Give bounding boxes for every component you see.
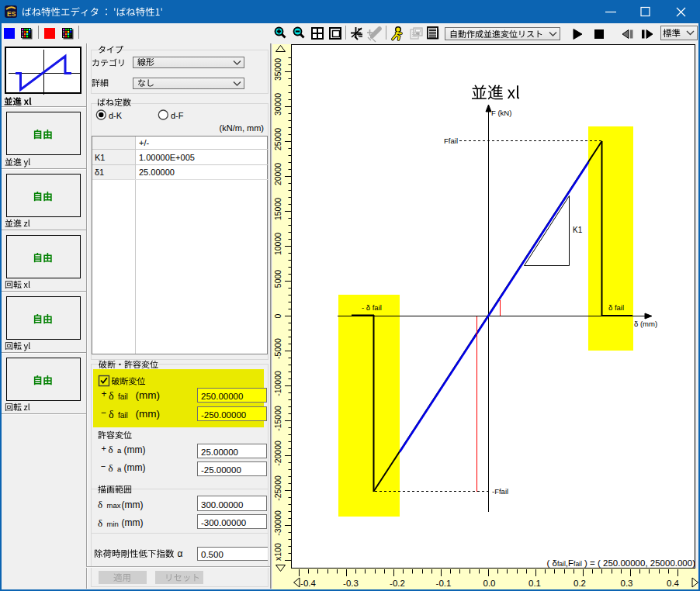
svg-text:δ: δ xyxy=(109,390,114,402)
svg-text:fail: fail xyxy=(118,411,128,420)
svg-text:-0.1: -0.1 xyxy=(436,579,452,588)
svg-text:25.00000: 25.00000 xyxy=(139,168,175,177)
svg-text:(mm): (mm) xyxy=(124,444,146,455)
svg-text:-0.3: -0.3 xyxy=(343,579,359,588)
svg-text:K1: K1 xyxy=(95,153,105,162)
svg-text:δ fail: δ fail xyxy=(608,303,624,312)
svg-text:-0.4: -0.4 xyxy=(300,579,316,588)
svg-text:0: 0 xyxy=(273,313,282,318)
svg-text:0.0: 0.0 xyxy=(483,579,496,588)
svg-text:-20000: -20000 xyxy=(273,441,282,466)
svg-text:a: a xyxy=(117,446,122,454)
svg-text:(mm): (mm) xyxy=(136,408,160,420)
svg-text:0.500: 0.500 xyxy=(201,550,224,559)
svg-text:K1: K1 xyxy=(573,226,583,234)
svg-text:a: a xyxy=(117,465,122,473)
svg-text:-300.00000: -300.00000 xyxy=(201,518,246,527)
svg-text:-25000: -25000 xyxy=(273,475,282,501)
svg-text:0.2: 0.2 xyxy=(574,579,586,588)
svg-text:δ1: δ1 xyxy=(95,168,104,177)
svg-text:F (kN): F (kN) xyxy=(491,109,511,117)
svg-text:(kN/m, mm): (kN/m, mm) xyxy=(220,123,264,133)
svg-text:Ffail: Ffail xyxy=(444,137,458,145)
svg-text:10000: 10000 xyxy=(273,233,282,255)
svg-text:-30000: -30000 xyxy=(273,510,282,536)
svg-text:ES: ES xyxy=(7,10,16,18)
svg-text:δ: δ xyxy=(109,444,113,455)
svg-text:min: min xyxy=(107,520,119,528)
svg-text:0.3: 0.3 xyxy=(621,579,633,588)
svg-text:fail: fail xyxy=(118,392,128,401)
svg-text:(mm): (mm) xyxy=(136,389,160,401)
svg-text:+: + xyxy=(102,444,106,453)
svg-text:0.1: 0.1 xyxy=(528,579,541,588)
svg-text:α: α xyxy=(178,548,183,559)
svg-text:0.4: 0.4 xyxy=(667,579,680,588)
svg-text:35000: 35000 xyxy=(273,58,282,81)
svg-text:250.00000: 250.00000 xyxy=(201,392,243,401)
svg-text:(mm): (mm) xyxy=(122,499,144,510)
svg-text:1.00000E+005: 1.00000E+005 xyxy=(139,153,195,162)
svg-text:-10000: -10000 xyxy=(273,371,282,396)
svg-text:d-K: d-K xyxy=(109,111,123,120)
svg-text:x100: x100 xyxy=(273,543,282,561)
svg-text:δ: δ xyxy=(109,409,114,420)
svg-text:−: − xyxy=(101,461,106,471)
svg-text:d-F: d-F xyxy=(171,111,184,120)
svg-text:-15000: -15000 xyxy=(273,406,282,431)
svg-text:+: + xyxy=(102,389,107,399)
svg-text:5000: 5000 xyxy=(273,270,282,289)
svg-text:- δ fail: - δ fail xyxy=(362,303,382,312)
svg-text:(mm): (mm) xyxy=(122,517,144,528)
svg-text:δ: δ xyxy=(98,517,102,529)
svg-text:15000: 15000 xyxy=(273,198,282,220)
svg-text:δ: δ xyxy=(98,499,102,510)
svg-text:-5000: -5000 xyxy=(273,338,282,359)
svg-text:-250.00000: -250.00000 xyxy=(201,410,246,420)
svg-text:δ: δ xyxy=(109,462,113,474)
svg-text:max: max xyxy=(107,501,121,510)
svg-text:20000: 20000 xyxy=(273,163,282,185)
svg-text:−: − xyxy=(101,407,106,418)
svg-text:25.00000: 25.00000 xyxy=(201,448,238,457)
svg-text:+/-: +/- xyxy=(139,138,149,147)
svg-text:( δfail,Ffail ) = ( 250.00000,: ( δfail,Ffail ) = ( 250.00000, 25000.000… xyxy=(546,558,695,568)
svg-text:-Ffail: -Ffail xyxy=(492,487,508,496)
svg-text:(mm): (mm) xyxy=(124,462,146,473)
svg-text:δ (mm): δ (mm) xyxy=(634,320,657,328)
svg-text:-25.00000: -25.00000 xyxy=(201,465,241,475)
svg-text:-0.2: -0.2 xyxy=(390,579,405,588)
svg-text:300.00000: 300.00000 xyxy=(201,500,243,510)
svg-text:25000: 25000 xyxy=(273,128,282,150)
svg-text:30000: 30000 xyxy=(273,93,282,116)
